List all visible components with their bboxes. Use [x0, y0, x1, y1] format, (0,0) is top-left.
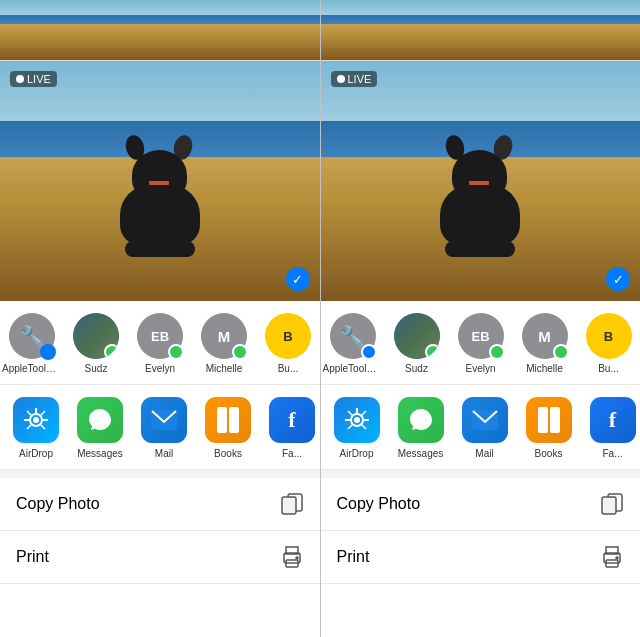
contact-appletoolbox-right[interactable]: 🔧 AppleToolBox	[321, 313, 385, 374]
app-fa-right[interactable]: f Fa...	[581, 397, 641, 459]
contact-avatar-michelle-right: M	[522, 313, 568, 359]
msg-badge-michelle-right	[553, 344, 569, 360]
contact-evelyn-left[interactable]: EB Evelyn	[128, 313, 192, 374]
msg-badge-michelle-left	[232, 344, 248, 360]
share-header-right: 1 Photo Selected Newport Beach Options >…	[321, 0, 641, 61]
app-name-messages-left: Messages	[77, 448, 123, 459]
app-icon-messages-left	[77, 397, 123, 443]
copy-photo-row-right[interactable]: Copy Photo	[321, 478, 641, 531]
app-icon-books-right	[526, 397, 572, 443]
contact-bu-right[interactable]: B Bu...	[577, 313, 641, 374]
svg-rect-15	[538, 407, 548, 433]
copy-photo-label-right: Copy Photo	[337, 495, 589, 513]
svg-rect-18	[602, 497, 616, 514]
dog-right	[430, 155, 530, 265]
contact-avatar-appletoolbox-right: 🔧	[330, 313, 376, 359]
dog-body-r	[440, 185, 520, 245]
contact-name-michelle-left: Michelle	[194, 363, 254, 374]
app-icon-airdrop-right	[334, 397, 380, 443]
app-name-books-right: Books	[535, 448, 563, 459]
contact-name-evelyn-left: Evelyn	[130, 363, 190, 374]
dog-left	[110, 155, 210, 265]
header-thumbnail-right	[335, 10, 375, 50]
photo-scene-right: LIVE ✓	[321, 61, 641, 301]
copy-photo-row-left[interactable]: Copy Photo	[0, 478, 320, 531]
check-icon-left: ✓	[292, 272, 303, 287]
app-icon-messages-right	[398, 397, 444, 443]
app-books-left[interactable]: Books	[196, 397, 260, 459]
photo-scene-left: LIVE ✓	[0, 61, 320, 301]
app-icon-mail-left	[141, 397, 187, 443]
contact-appletoolbox-left[interactable]: 🔧 AppleToolBox	[0, 313, 64, 374]
contact-avatar-evelyn-left: EB	[137, 313, 183, 359]
print-label-left: Print	[16, 548, 268, 566]
msg-badge-sudz-right	[425, 344, 440, 359]
app-messages-left[interactable]: Messages	[68, 397, 132, 459]
copy-photo-label-left: Copy Photo	[16, 495, 268, 513]
app-icon-books-left	[205, 397, 251, 443]
live-badge-right: LIVE	[331, 71, 378, 87]
photo-preview-left: LIVE ✓	[0, 61, 320, 301]
app-name-mail-left: Mail	[155, 448, 173, 459]
dog-paws-r	[445, 241, 515, 257]
contact-sudz-right[interactable]: Sudz	[385, 313, 449, 374]
live-text-left: LIVE	[27, 73, 51, 85]
app-airdrop-left[interactable]: AirDrop	[4, 397, 68, 459]
contact-name-appletoolbox-right: AppleToolBox	[323, 363, 383, 374]
app-fa-left[interactable]: f Fa...	[260, 397, 320, 459]
app-name-messages-right: Messages	[398, 448, 444, 459]
svg-rect-4	[217, 407, 227, 433]
svg-point-22	[616, 557, 618, 559]
contact-avatar-bu-left: B	[265, 313, 311, 359]
msg-badge-evelyn-left	[168, 344, 184, 360]
svg-point-13	[354, 417, 360, 423]
live-text-right: LIVE	[348, 73, 372, 85]
contact-name-evelyn-right: Evelyn	[451, 363, 511, 374]
app-messages-right[interactable]: Messages	[389, 397, 453, 459]
contact-sudz-left[interactable]: Sudz	[64, 313, 128, 374]
contact-name-bu-right: Bu...	[579, 363, 639, 374]
app-mail-left[interactable]: Mail	[132, 397, 196, 459]
app-icon-airdrop-left	[13, 397, 59, 443]
contact-avatar-bu-right: B	[586, 313, 632, 359]
app-name-fa-right: Fa...	[602, 448, 622, 459]
print-row-left[interactable]: Print	[0, 531, 320, 584]
check-badge-left: ✓	[286, 267, 310, 291]
app-name-fa-left: Fa...	[282, 448, 302, 459]
contact-bu-left[interactable]: B Bu...	[256, 313, 320, 374]
header-thumbnail-left	[14, 10, 54, 50]
action-rows-right: Copy Photo Print	[321, 478, 641, 637]
contact-michelle-left[interactable]: M Michelle	[192, 313, 256, 374]
contact-name-sudz-left: Sudz	[66, 363, 126, 374]
share-panel-left: 1 Photo Selected Newport Beach Options >…	[0, 0, 320, 637]
copy-photo-icon-left	[280, 492, 304, 516]
app-name-books-left: Books	[214, 448, 242, 459]
app-mail-right[interactable]: Mail	[453, 397, 517, 459]
svg-rect-7	[282, 497, 296, 514]
svg-point-2	[33, 417, 39, 423]
app-airdrop-right[interactable]: AirDrop	[325, 397, 389, 459]
app-books-right[interactable]: Books	[517, 397, 581, 459]
app-name-airdrop-right: AirDrop	[340, 448, 374, 459]
print-icon-right	[600, 545, 624, 569]
live-dot-left	[16, 75, 24, 83]
action-rows-left: Copy Photo Print	[0, 478, 320, 637]
svg-point-0	[44, 348, 52, 356]
contact-michelle-right[interactable]: M Michelle	[513, 313, 577, 374]
check-badge-right: ✓	[606, 267, 630, 291]
live-badge-left: LIVE	[10, 71, 57, 87]
app-icon-fa-right: f	[590, 397, 636, 443]
contact-avatar-appletoolbox-left: 🔧	[9, 313, 55, 359]
msg-badge-sudz-left	[104, 344, 119, 359]
check-icon-right: ✓	[613, 272, 624, 287]
dog-body-l	[120, 185, 200, 245]
svg-rect-16	[550, 407, 560, 433]
contacts-row-right: 🔧 AppleToolBox Sudz EB Evelyn M Mic	[321, 301, 641, 385]
share-panel-right: 1 Photo Selected Newport Beach Options >…	[321, 0, 641, 637]
dog-paws-l	[125, 241, 195, 257]
contact-evelyn-right[interactable]: EB Evelyn	[449, 313, 513, 374]
msg-badge-evelyn-right	[489, 344, 505, 360]
contact-name-michelle-right: Michelle	[515, 363, 575, 374]
print-row-right[interactable]: Print	[321, 531, 641, 584]
svg-point-11	[296, 557, 298, 559]
